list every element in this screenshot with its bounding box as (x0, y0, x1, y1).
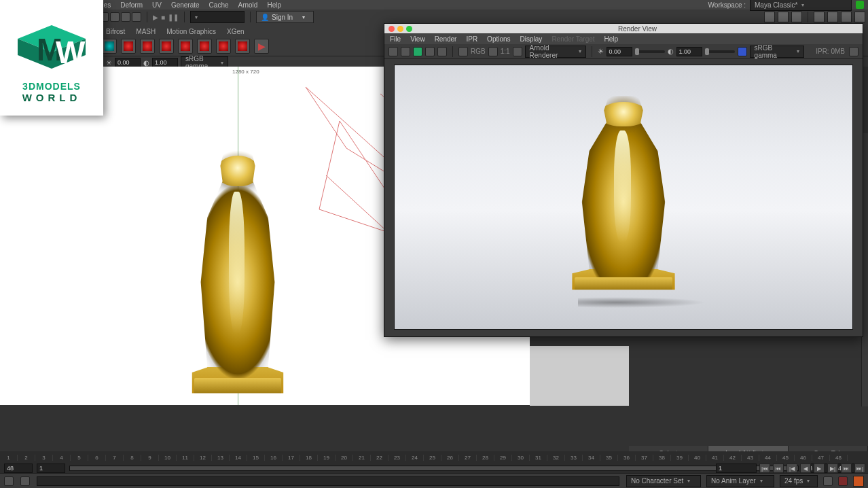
rv-keep-icon[interactable] (437, 47, 447, 56)
tick[interactable]: 38 (653, 455, 671, 461)
tick[interactable]: 34 (583, 455, 600, 461)
rv-menu-options[interactable]: Options (487, 35, 510, 43)
rv-menu-file[interactable]: File (390, 35, 401, 43)
tick[interactable]: 27 (459, 455, 477, 461)
panel-icon[interactable] (827, 12, 838, 22)
tick[interactable]: 7 (106, 455, 124, 461)
tick[interactable]: 1 (0, 455, 18, 461)
ratio-label[interactable]: 1:1 (501, 48, 510, 55)
tick[interactable]: 13 (212, 455, 230, 461)
panel-icon[interactable] (854, 12, 865, 22)
tick[interactable]: 40 (689, 455, 706, 461)
shelf-icon[interactable] (197, 39, 212, 54)
snap-icon[interactable] (132, 12, 141, 22)
rv-gamma-slider[interactable] (705, 50, 735, 53)
tick[interactable]: 19 (318, 455, 336, 461)
script-icon[interactable] (20, 476, 30, 486)
tick[interactable]: 31 (530, 455, 547, 461)
script-icon[interactable] (4, 476, 14, 486)
tick[interactable]: 44 (759, 455, 777, 461)
tick[interactable]: 17 (283, 455, 300, 461)
range-slider[interactable] (69, 466, 799, 471)
search-field[interactable] (190, 11, 245, 23)
tick[interactable]: 26 (441, 455, 459, 461)
rv-menu-view[interactable]: View (410, 35, 425, 43)
step-fwd-button[interactable]: ▶| (827, 464, 838, 473)
tick[interactable]: 23 (388, 455, 406, 461)
signin-button[interactable]: 👤 Sign In ▾ (256, 11, 314, 23)
shelf-icon[interactable] (102, 39, 117, 54)
tick[interactable]: 30 (512, 455, 530, 461)
tick[interactable]: 6 (88, 455, 106, 461)
menu-help[interactable]: Help (267, 1, 281, 9)
rv-colormgmt-icon[interactable] (738, 47, 747, 56)
rv-exposure-field[interactable]: 0.00 (607, 47, 632, 56)
shelf-tab-bifrost[interactable]: Bifrost (102, 27, 129, 37)
tick[interactable]: 41 (706, 455, 724, 461)
zoom-icon[interactable] (406, 26, 412, 32)
statue-model[interactable] (183, 140, 292, 398)
rv-menu-ipr[interactable]: IPR (466, 35, 477, 43)
tick[interactable]: 35 (600, 455, 618, 461)
stop-icon[interactable]: ■ (161, 14, 165, 21)
tick[interactable]: 32 (547, 455, 565, 461)
pause-icon[interactable]: ❚❚ (168, 14, 179, 21)
shelf-tab-motiongraphics[interactable]: Motion Graphics (162, 27, 220, 37)
tick[interactable]: 8 (124, 455, 141, 461)
character-set-dropdown[interactable]: No Character Set (626, 475, 701, 487)
tick[interactable]: 37 (636, 455, 653, 461)
rv-display-icon[interactable] (458, 47, 468, 56)
tick[interactable]: 14 (230, 455, 247, 461)
close-icon[interactable] (388, 26, 395, 32)
ipr-icon[interactable] (778, 12, 789, 22)
play-icon[interactable]: ▶ (153, 14, 158, 21)
tick[interactable]: 24 (406, 455, 424, 461)
rv-snapshot-icon[interactable] (425, 47, 435, 56)
rv-render-region-icon[interactable] (401, 47, 410, 56)
render-output[interactable] (394, 65, 853, 330)
tick[interactable]: 12 (194, 455, 212, 461)
tick[interactable]: 11 (177, 455, 194, 461)
menu-deform[interactable]: Deform (120, 1, 143, 9)
tick[interactable]: 33 (565, 455, 583, 461)
current-frame-field[interactable]: 1 (716, 464, 757, 473)
renderer-dropdown[interactable]: Arnold Renderer (525, 46, 586, 58)
tick[interactable]: 4 (53, 455, 71, 461)
gamma-field[interactable]: 1.00 (152, 58, 178, 67)
tick[interactable]: 18 (300, 455, 318, 461)
rv-colorspace-dropdown[interactable]: sRGB gamma (750, 46, 804, 58)
prefs-icon[interactable] (853, 476, 864, 487)
tick[interactable]: 29 (494, 455, 512, 461)
tick[interactable]: 25 (424, 455, 441, 461)
time-slider[interactable]: 1234567891011121314151617181920212223242… (0, 451, 868, 464)
shelf-icon[interactable] (216, 39, 231, 54)
rv-alpha-icon[interactable] (488, 47, 498, 56)
rv-menu-render[interactable]: Render (435, 35, 457, 43)
snap-icon[interactable] (110, 12, 120, 22)
panel-icon[interactable] (841, 12, 852, 22)
tick[interactable]: 9 (141, 455, 159, 461)
shelf-icon[interactable] (254, 39, 269, 54)
render-titlebar[interactable]: Render View (384, 24, 863, 33)
tick[interactable]: 3 (35, 455, 53, 461)
rv-menu-help[interactable]: Help (604, 35, 619, 43)
menu-arnold[interactable]: Arnold (238, 1, 258, 9)
play-fwd-button[interactable]: ▶ (814, 464, 825, 473)
shelf-tab-xgen[interactable]: XGen (223, 27, 249, 37)
tick[interactable]: 15 (247, 455, 265, 461)
shelf-icon[interactable] (178, 39, 193, 54)
snap-icon[interactable] (121, 12, 130, 22)
rv-gamma-field[interactable]: 1.00 (676, 47, 702, 56)
shelf-icon[interactable] (121, 39, 136, 54)
tick[interactable]: 20 (336, 455, 353, 461)
go-end-button[interactable]: ⏭| (854, 464, 865, 473)
minimize-icon[interactable] (397, 26, 403, 32)
shelf-icon[interactable] (159, 39, 174, 54)
exposure-field[interactable]: 0.00 (115, 58, 141, 67)
shelf-icon[interactable] (235, 39, 250, 54)
rv-pause-icon[interactable] (849, 47, 858, 56)
menu-cache[interactable]: Cache (209, 1, 229, 9)
command-line[interactable] (37, 476, 619, 486)
shelf-icon[interactable] (140, 39, 155, 54)
anim-layer-dropdown[interactable]: No Anim Layer (706, 475, 774, 487)
